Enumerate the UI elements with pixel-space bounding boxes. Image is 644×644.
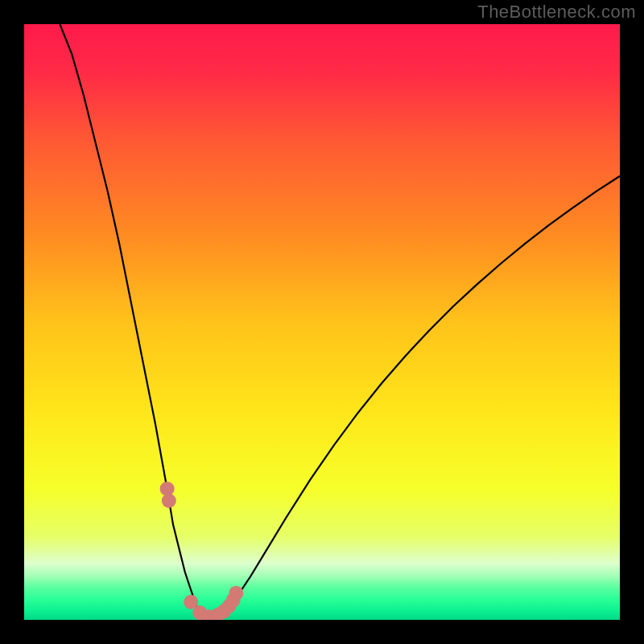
- chart-container: TheBottleneck.com: [0, 0, 644, 644]
- data-marker: [229, 586, 243, 601]
- bottleneck-chart: [0, 0, 644, 644]
- data-marker: [162, 493, 176, 508]
- plot-background: [24, 24, 620, 620]
